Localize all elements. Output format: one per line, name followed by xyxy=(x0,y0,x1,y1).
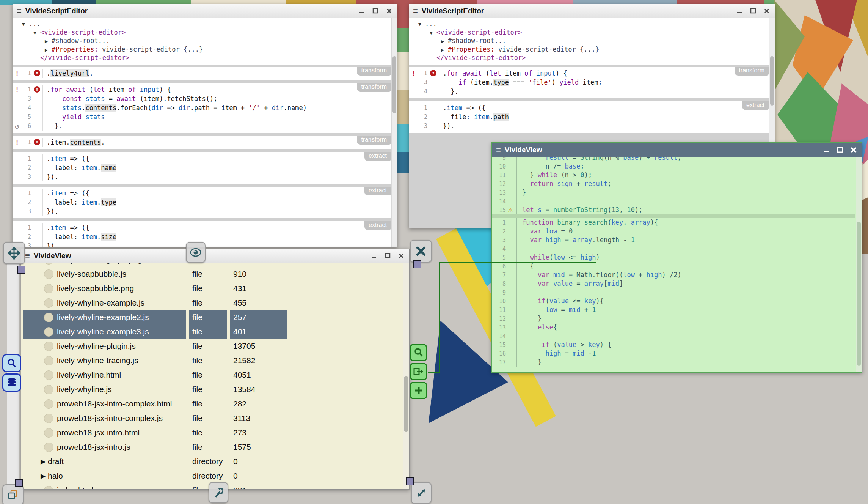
code-line[interactable]: yield stats xyxy=(47,112,390,121)
tree-node[interactable]: </vivide-script-editor> xyxy=(409,54,769,62)
tree-node[interactable]: ▼... xyxy=(409,20,769,28)
tree-node[interactable]: ▶#Properties: vivide-script-editor {...} xyxy=(409,46,769,54)
titlebar[interactable]: ≡ VivideScriptEditor xyxy=(409,4,775,18)
code-line[interactable]: .item => ({ xyxy=(443,103,768,112)
code-line[interactable]: var value = array[mid] xyxy=(522,279,862,288)
search-button[interactable] xyxy=(2,354,21,372)
file-row[interactable]: lively-soapbubble.pngfile431 xyxy=(21,281,403,296)
file-row[interactable]: lively-whyline-tracing.jsfile21582 xyxy=(21,353,403,368)
code-line[interactable]: let s = numberToString(13, 10); xyxy=(522,206,862,214)
tree-node[interactable]: ▶#Properties: vivide-script-editor {...} xyxy=(13,46,392,54)
file-name-cell[interactable]: lively-whyline-example.js xyxy=(23,298,186,308)
file-name-cell[interactable]: proweb18-jsx-intro-complex.js xyxy=(23,414,186,423)
menu-icon[interactable]: ≡ xyxy=(25,252,30,260)
scrollbar[interactable] xyxy=(391,18,397,247)
file-name-cell[interactable]: lively-whyline-plugin.js xyxy=(23,342,186,351)
tree-node[interactable]: ▶#shadow-root... xyxy=(409,37,769,46)
code-line[interactable] xyxy=(522,244,862,253)
close-button[interactable] xyxy=(385,8,393,14)
resize-halo-button[interactable] xyxy=(411,482,432,504)
code-line[interactable]: label: item.type xyxy=(47,198,390,207)
code-line[interactable]: .lively4url. xyxy=(47,69,390,78)
code-line[interactable] xyxy=(522,288,862,297)
minimize-button[interactable] xyxy=(822,146,830,153)
file-name-cell[interactable]: ▶draft xyxy=(23,457,186,466)
file-name-cell[interactable]: proweb18-jsx-intro.js xyxy=(23,443,186,452)
eye-halo-button[interactable] xyxy=(186,242,206,263)
minimize-button[interactable] xyxy=(370,252,378,259)
tree-open-icon[interactable]: ▼ xyxy=(33,29,40,37)
code-line[interactable]: .for await (let item of input) { xyxy=(443,69,768,78)
tree-open-icon[interactable]: ▼ xyxy=(22,20,29,28)
file-name-cell[interactable]: lively-whyline-tracing.js xyxy=(23,356,186,365)
code-line[interactable]: .item => ({ xyxy=(47,154,390,163)
code-line[interactable]: var low = 0 xyxy=(522,227,862,236)
code-line[interactable]: }). xyxy=(47,207,390,216)
minimize-button[interactable] xyxy=(735,8,744,14)
script-step[interactable]: !1x.lively4url.transform xyxy=(13,67,392,80)
code-area[interactable]: .item => ({ label: item.size}). xyxy=(42,223,392,247)
undo-icon[interactable]: ↺ xyxy=(13,121,21,131)
code-area[interactable]: .item => ({ file: item.path}). xyxy=(439,103,769,131)
code-line[interactable] xyxy=(522,197,862,206)
script-step[interactable]: 123.item => ({ file: item.path}).extract xyxy=(409,101,769,133)
code-line[interactable]: if (value > key) { xyxy=(522,340,862,349)
code-line[interactable]: .item => ({ xyxy=(47,189,390,198)
code-section[interactable]: 9101112131415⚠ result = String(n % base)… xyxy=(492,157,862,214)
code-line[interactable]: high = mid -1 xyxy=(522,349,862,358)
file-row[interactable]: lively-whyline-example2.jsfile257 xyxy=(21,310,403,324)
code-line[interactable]: label: item.name xyxy=(47,163,390,172)
file-name-cell[interactable]: proweb18-jsx-intro-complex.html xyxy=(23,399,186,409)
maximize-button[interactable] xyxy=(371,8,380,14)
expand-arrow-icon[interactable]: ▶ xyxy=(41,472,46,480)
close-button[interactable] xyxy=(397,252,405,259)
code-line[interactable]: }. xyxy=(47,121,390,131)
code-line[interactable]: else{ xyxy=(522,323,862,332)
close-button[interactable] xyxy=(763,8,771,14)
menu-icon[interactable]: ≡ xyxy=(496,146,501,154)
code-line[interactable]: const stats = await (item).fetchStats(); xyxy=(47,94,390,103)
maximize-button[interactable] xyxy=(836,146,844,153)
file-row[interactable]: proweb18-jsx-intro.jsfile1575 xyxy=(21,440,403,454)
file-name-cell[interactable]: lively-whyline.js xyxy=(23,385,186,394)
file-row[interactable]: proweb18-jsx-intro-complex.htmlfile282 xyxy=(21,397,403,411)
tree-node[interactable]: ▶#shadow-root... xyxy=(13,37,392,46)
close-halo-button[interactable] xyxy=(410,240,432,263)
close-button[interactable] xyxy=(849,146,858,153)
script-step[interactable]: 123.item => ({ label: item.type}).extrac… xyxy=(13,187,392,218)
file-name-cell[interactable]: lively-soapbubble.png xyxy=(23,284,186,293)
data-source-button[interactable] xyxy=(2,373,21,392)
file-row[interactable]: lively-soapbubble.jsfile910 xyxy=(21,267,403,281)
tree-closed-icon[interactable]: ▶ xyxy=(441,46,448,54)
file-name-cell[interactable]: lively-module-graph.png xyxy=(23,263,186,265)
resize-handle-bottom-left[interactable] xyxy=(15,479,23,487)
file-row[interactable]: lively-module-graph.pngfile xyxy=(21,263,403,267)
minimize-button[interactable] xyxy=(358,8,366,14)
tree-open-icon[interactable]: ▼ xyxy=(430,29,436,37)
code-line[interactable]: } xyxy=(522,188,862,197)
file-name-cell[interactable]: index.html xyxy=(23,486,186,490)
titlebar[interactable]: ≡ VivideScriptEditor xyxy=(13,4,397,18)
code-area[interactable]: .for await (let item of input) { if (ite… xyxy=(439,69,769,96)
script-step[interactable]: 123.item => ({ label: item.name}).extrac… xyxy=(13,152,392,184)
scrollbar[interactable] xyxy=(403,263,409,489)
menu-icon[interactable]: ≡ xyxy=(17,7,22,15)
file-row[interactable]: ▶halodirectory0 xyxy=(21,469,403,483)
green-search-button[interactable] xyxy=(410,344,427,361)
code-line[interactable]: }). xyxy=(443,121,768,131)
file-name-cell[interactable]: ▶halo xyxy=(23,471,186,480)
export-button[interactable] xyxy=(410,363,427,380)
file-row[interactable]: proweb18-jsx-intro-complex.jsfile3113 xyxy=(21,411,403,425)
code-line[interactable]: while(low <= high) xyxy=(522,253,862,262)
code-area[interactable]: .item => ({ label: item.name}). xyxy=(42,154,392,181)
scrollbar[interactable] xyxy=(856,157,862,372)
file-row[interactable]: proweb18-jsx-intro.htmlfile273 xyxy=(21,425,403,440)
code-line[interactable]: return sign + result; xyxy=(522,180,862,188)
code-line[interactable]: .for await (let item of input) { xyxy=(47,85,390,94)
code-line[interactable]: label: item.size xyxy=(47,232,390,241)
copy-halo-button[interactable] xyxy=(2,484,24,504)
code-line[interactable]: function binary_search(key, array){ xyxy=(522,218,862,227)
code-line[interactable]: if(value <= key){ xyxy=(522,297,862,306)
code-line[interactable]: n /= base; xyxy=(522,162,862,171)
file-name-cell[interactable]: lively-whyline.html xyxy=(23,370,186,380)
